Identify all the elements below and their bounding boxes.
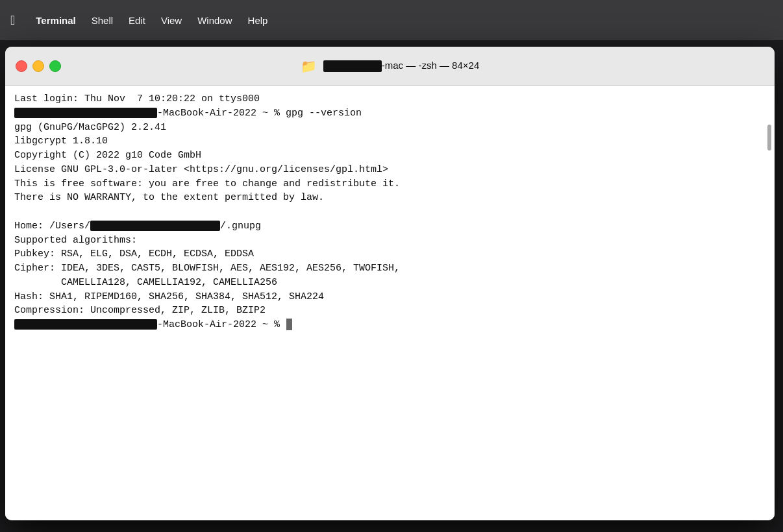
menu-window[interactable]: Window xyxy=(197,15,232,26)
scrollbar-track[interactable] xyxy=(767,125,772,449)
maximize-button[interactable] xyxy=(49,60,61,72)
title-bar: 📁 -mac — -zsh — 84×24 xyxy=(5,47,775,86)
free-software-line: This is free software: you are free to c… xyxy=(14,177,765,191)
prompt2-line: -MacBook-Air-2022 ~ % xyxy=(14,318,765,332)
cipher-line: Cipher: IDEA, 3DES, CAST5, BLOWFISH, AES… xyxy=(14,261,765,276)
license-line: License GNU GPL-3.0-or-later <https://gn… xyxy=(14,163,765,177)
last-login-line: Last login: Thu Nov 7 10:20:22 on ttys00… xyxy=(14,92,765,106)
minimize-button[interactable] xyxy=(32,60,44,72)
warranty-line: There is NO WARRANTY, to the extent perm… xyxy=(14,191,765,205)
compression-line: Compression: Uncompressed, ZIP, ZLIB, BZ… xyxy=(14,304,765,318)
close-button[interactable] xyxy=(16,60,27,72)
gpg-version-line: gpg (GnuPG/MacGPG2) 2.2.41 xyxy=(14,121,765,135)
pubkey-line: Pubkey: RSA, ELG, DSA, ECDH, ECDSA, EDDS… xyxy=(14,247,765,261)
menu-view[interactable]: View xyxy=(161,15,182,26)
menu-help[interactable]: Help xyxy=(248,15,268,26)
hash-line: Hash: SHA1, RIPEMD160, SHA256, SHA384, S… xyxy=(14,290,765,304)
menubar:  Terminal Shell Edit View Window Help xyxy=(0,0,783,40)
menu-terminal[interactable]: Terminal xyxy=(36,15,75,26)
libgcrypt-line: libgcrypt 1.8.10 xyxy=(14,134,765,149)
camellia-line: CAMELLIA128, CAMELLIA192, CAMELLIA256 xyxy=(14,276,765,290)
apple-menu[interactable]:  xyxy=(10,13,15,28)
terminal-body[interactable]: Last login: Thu Nov 7 10:20:22 on ttys00… xyxy=(5,86,775,520)
hostname-redacted xyxy=(323,60,382,72)
menu-shell[interactable]: Shell xyxy=(92,15,113,26)
algorithms-line: Supported algorithms: xyxy=(14,234,765,248)
home-line: Home: /Users/ /.gnupg xyxy=(14,219,765,234)
traffic-lights xyxy=(16,60,61,72)
prompt1-line: -MacBook-Air-2022 ~ % gpg --version xyxy=(14,106,765,121)
window-title: 📁 -mac — -zsh — 84×24 xyxy=(301,58,479,74)
scrollbar-thumb[interactable] xyxy=(767,125,771,151)
copyright-line: Copyright (C) 2022 g10 Code GmbH xyxy=(14,149,765,163)
terminal-window: 📁 -mac — -zsh — 84×24 Last login: Thu No… xyxy=(5,47,775,520)
folder-icon: 📁 xyxy=(301,58,317,74)
cursor xyxy=(286,319,292,330)
menu-edit[interactable]: Edit xyxy=(129,15,145,26)
blank-line xyxy=(14,205,765,219)
title-text: -mac — -zsh — 84×24 xyxy=(323,60,479,72)
